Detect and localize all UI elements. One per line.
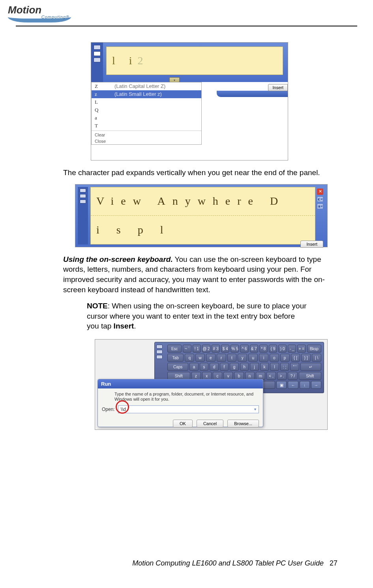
key[interactable]: + =	[297, 345, 306, 353]
key[interactable]: o	[270, 354, 279, 362]
key[interactable]: q	[185, 354, 194, 362]
key[interactable]: w	[195, 354, 205, 362]
list-item[interactable]: Z (Latin Capital Letter Z)	[92, 82, 201, 90]
key-row-2: Tab q w e r t y u i o p { [ } ] | \	[167, 354, 321, 362]
key[interactable]: l	[270, 363, 279, 371]
key[interactable]: ? /	[288, 372, 297, 380]
key[interactable]: ! 1	[193, 345, 201, 353]
chevron-down-icon[interactable]: ▾	[254, 407, 256, 411]
close-action[interactable]: Close	[92, 138, 201, 144]
browse-button[interactable]: Browse...	[227, 420, 259, 427]
key[interactable]: ~ `	[183, 345, 191, 353]
key[interactable]: h	[240, 363, 249, 371]
options-icon[interactable]: ◐▾	[317, 196, 323, 202]
key[interactable]: j	[250, 363, 259, 371]
key[interactable]: d	[210, 363, 219, 371]
char-desc: (Latin Small Letter z)	[114, 91, 162, 97]
tip-bar: View Anywhere D i s p l ✕ ◐▾ ◉▾	[75, 185, 327, 247]
key[interactable]: > .	[277, 372, 287, 380]
key[interactable]: k	[260, 363, 269, 371]
figure-char-pad-expanded: View Anywhere D i s p l ✕ ◐▾ ◉▾ Insert	[75, 184, 328, 247]
key[interactable]: | \	[312, 354, 321, 362]
insert-button[interactable]: Insert	[300, 241, 323, 248]
key[interactable]: z	[191, 372, 201, 380]
key-shift[interactable]: Shift	[299, 372, 322, 380]
key[interactable]: $ 4	[221, 345, 229, 353]
key[interactable]: i	[259, 354, 268, 362]
key-bksp[interactable]: Bksp	[307, 345, 321, 353]
key[interactable]: g	[230, 363, 239, 371]
tip-tab-keyboard-icon[interactable]	[94, 58, 101, 62]
key[interactable]: y	[238, 354, 247, 362]
tip-tab-writing-icon[interactable]	[94, 45, 101, 50]
character-pad[interactable]: l i 2	[106, 47, 283, 75]
close-icon[interactable]: ✕	[317, 189, 323, 195]
key-down-icon[interactable]: ↓	[300, 381, 310, 389]
tip-tab-char-icon[interactable]	[80, 194, 86, 198]
key[interactable]: r	[217, 354, 226, 362]
key[interactable]: ^ 6	[240, 345, 248, 353]
character-pad[interactable]: View Anywhere D i s p l	[90, 187, 315, 245]
key[interactable]: x	[202, 372, 212, 380]
char-glyph: z	[95, 91, 114, 97]
note-block: NOTE: When using the on-screen keyboard,…	[87, 301, 308, 331]
tip-tab-keyboard-icon[interactable]	[156, 355, 163, 359]
list-item[interactable]: a	[92, 114, 201, 122]
key[interactable]: # 3	[212, 345, 220, 353]
character-suggestions: Z (Latin Capital Letter Z) z (Latin Smal…	[91, 82, 202, 145]
key[interactable]: s	[200, 363, 209, 371]
key-right-icon[interactable]: →	[311, 381, 321, 389]
list-item[interactable]: L	[92, 98, 201, 106]
key-left-icon[interactable]: ←	[288, 381, 298, 389]
insert-button[interactable]: Insert	[268, 84, 288, 91]
subheading: Using the on-screen keyboard.	[63, 255, 173, 263]
list-item[interactable]: z (Latin Small Letter z)	[92, 90, 201, 98]
key[interactable]: n	[245, 372, 255, 380]
key[interactable]: { [	[291, 354, 300, 362]
list-item[interactable]: T	[92, 122, 201, 130]
key[interactable]: c	[213, 372, 222, 380]
key[interactable]: } ]	[301, 354, 311, 362]
key[interactable]: a	[189, 363, 199, 371]
key-menu-icon[interactable]: ▣	[276, 381, 287, 389]
open-input[interactable]: \\d ▾	[118, 405, 259, 413]
key[interactable]: ) 0	[278, 345, 287, 353]
cancel-button[interactable]: Cancel	[197, 420, 223, 427]
key[interactable]: t	[227, 354, 237, 362]
key-row-4: Shift z x c v b n m < , > . ? / Shift	[167, 372, 321, 380]
key[interactable]: m	[256, 372, 265, 380]
key[interactable]: e	[206, 354, 216, 362]
tip-tab-char-icon[interactable]	[94, 51, 101, 56]
key-enter[interactable]: ↵	[300, 363, 321, 371]
tip-tab-char-icon[interactable]	[156, 350, 163, 354]
key-shift[interactable]: Shift	[167, 372, 190, 380]
char-desc: (Latin Capital Letter Z)	[114, 83, 165, 90]
tip-tab-writing-icon[interactable]	[156, 345, 163, 349]
list-item[interactable]: Q	[92, 106, 201, 114]
key[interactable]: % 5	[231, 345, 239, 353]
key-row-3: Caps a s d f g h j k l : ; " ' ↵	[167, 363, 321, 371]
key[interactable]: b	[234, 372, 244, 380]
tip-tab-writing-icon[interactable]	[80, 189, 86, 192]
key[interactable]: < ,	[266, 372, 276, 380]
key[interactable]: & 7	[250, 345, 258, 353]
ok-button[interactable]: OK	[173, 420, 193, 427]
key[interactable]: * 8	[259, 345, 268, 353]
key-esc[interactable]: Esc	[167, 345, 182, 353]
key[interactable]: u	[248, 354, 258, 362]
key[interactable]: - _	[288, 345, 296, 353]
tip-tab-keyboard-icon[interactable]	[80, 200, 86, 203]
tip-mode-tabs	[78, 187, 88, 245]
key-caps[interactable]: Caps	[167, 363, 188, 371]
key[interactable]: ( 9	[269, 345, 277, 353]
key[interactable]: f	[220, 363, 229, 371]
key[interactable]: " '	[290, 363, 299, 371]
key[interactable]: v	[223, 372, 233, 380]
key[interactable]: : ;	[280, 363, 289, 371]
key[interactable]: p	[280, 354, 290, 362]
char-glyph: Z	[95, 83, 114, 90]
clear-action[interactable]: Clear	[92, 132, 201, 138]
key[interactable]: @ 2	[202, 345, 210, 353]
key-tab[interactable]: Tab	[167, 354, 184, 362]
help-icon[interactable]: ◉▾	[317, 203, 323, 209]
